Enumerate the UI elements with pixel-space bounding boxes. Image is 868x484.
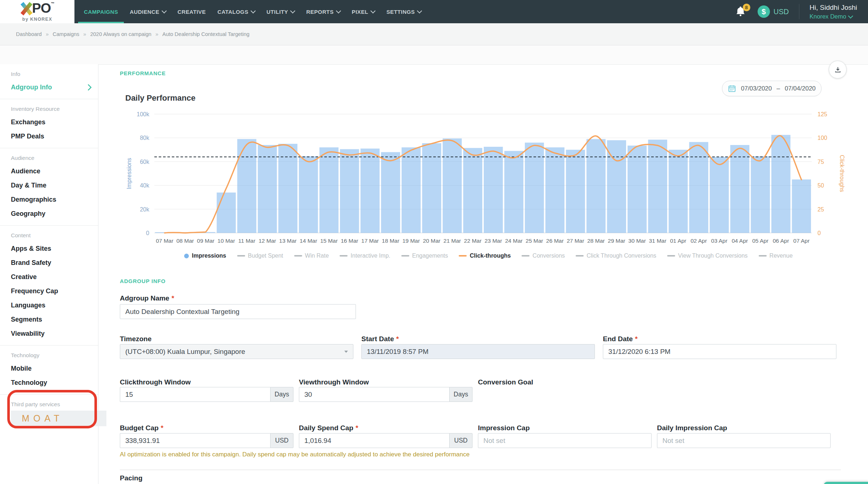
floating-action-button[interactable]	[824, 482, 868, 484]
breadcrumb-item-dashboard[interactable]: Dashboard	[16, 31, 42, 37]
legend-item-view-through-conversions[interactable]: View Through Conversions	[667, 253, 748, 259]
date-range-picker[interactable]: 07/03/2020 – 07/04/2020	[722, 81, 822, 96]
sidebar-item-creative[interactable]: Creative	[0, 270, 98, 284]
sidebar-section-audience: AudienceAudienceDay & TimeDemographicsGe…	[0, 148, 98, 226]
sidebar-item-languages[interactable]: Languages	[0, 298, 98, 312]
legend-item-engagements[interactable]: Engagements	[401, 253, 448, 259]
sidebar-section-label: Third party services	[11, 401, 98, 408]
sidebar-item-technology[interactable]: Technology	[0, 376, 98, 390]
breadcrumb-item-campaigns[interactable]: Campaigns	[53, 31, 79, 37]
nav-item-campaigns[interactable]: CAMPAIGNS	[78, 0, 124, 23]
legend-item-click-through-conversions[interactable]: Click Through Conversions	[576, 253, 656, 259]
daily-spend-cap-input[interactable]	[299, 433, 449, 448]
sidebar-item-geography[interactable]: Geography	[0, 207, 98, 221]
svg-text:03 Apr: 03 Apr	[711, 238, 727, 244]
legend-label: Click-throughs	[470, 253, 511, 259]
legend-marker-dash	[759, 255, 767, 257]
legend-item-revenue[interactable]: Revenue	[759, 253, 793, 259]
nav-item-reports[interactable]: REPORTS	[300, 0, 346, 23]
label-text: End Date	[603, 335, 633, 343]
timezone-select[interactable]: (UTC+08:00) Kuala Lumpur, Singapore	[120, 344, 353, 359]
sidebar-item-adgroup-info[interactable]: Adgroup Info	[0, 80, 98, 94]
sidebar-item-day-time[interactable]: Day & Time	[0, 178, 98, 193]
legend-item-budget-spent[interactable]: Budget Spent	[237, 253, 283, 259]
xpo-logo[interactable]: PO ™ by KNOREX	[0, 0, 74, 23]
svg-text:02 Apr: 02 Apr	[691, 238, 707, 244]
sidebar-section-inventory-resource: Inventory ResourceExchangesPMP Deals	[0, 99, 98, 148]
sidebar-section-info: InfoAdgroup Info	[0, 64, 98, 99]
sidebar-item-viewability[interactable]: Viewability	[0, 327, 98, 341]
nav-divider	[799, 4, 799, 19]
svg-text:20 Mar: 20 Mar	[423, 238, 440, 244]
legend-label: Click Through Conversions	[587, 253, 656, 259]
svg-text:100: 100	[818, 135, 827, 141]
download-chart-button[interactable]	[829, 61, 847, 78]
legend-item-conversions[interactable]: Conversions	[522, 253, 565, 259]
sidebar-item-label: Audience	[11, 168, 40, 175]
timezone-value: (UTC+08:00) Kuala Lumpur, Singapore	[125, 348, 245, 356]
legend-marker-dash	[576, 255, 584, 257]
days-addon: Days	[449, 387, 472, 402]
sidebar-item-label: Apps & Sites	[11, 245, 51, 253]
sidebar-item-frequency-cap[interactable]: Frequency Cap	[0, 284, 98, 298]
nav-item-audience[interactable]: AUDIENCE	[124, 0, 172, 23]
nav-item-label: AUDIENCE	[130, 9, 159, 15]
legend-item-impressions[interactable]: Impressions	[184, 253, 226, 259]
sidebar-item-label: PMP Deals	[11, 133, 44, 140]
chevron-down-icon	[336, 8, 341, 13]
nav-item-settings[interactable]: SETTINGS	[381, 0, 427, 23]
budget-cap-input[interactable]	[120, 433, 270, 448]
impression-cap-label: Impression Cap	[478, 424, 530, 432]
chevron-right-icon	[85, 84, 92, 90]
sidebar-section-label: Content	[11, 232, 98, 239]
performance-section-header: PERFORMANCE	[120, 70, 166, 76]
main-content: PERFORMANCE 07/03/2020 – 07/04/2020 Dail…	[98, 64, 868, 484]
sidebar-item-exchanges[interactable]: Exchanges	[0, 115, 98, 129]
legend-marker-dash	[237, 255, 245, 257]
nav-item-pixel[interactable]: PIXEL	[346, 0, 381, 23]
svg-text:Impressions: Impressions	[126, 158, 132, 189]
sidebar-item-label: Languages	[11, 302, 45, 309]
viewthrough-window-input[interactable]	[299, 387, 449, 402]
svg-text:04 Apr: 04 Apr	[732, 238, 748, 244]
conversion-goal-label: Conversion Goal	[478, 378, 533, 386]
notifications-button[interactable]: 8	[735, 5, 747, 18]
start-date-input[interactable]	[361, 344, 595, 359]
svg-text:0: 0	[146, 230, 149, 236]
nav-item-label: PIXEL	[352, 9, 368, 15]
sidebar-section-label: Technology	[11, 352, 98, 359]
sidebar-item-brand-safety[interactable]: Brand Safety	[0, 256, 98, 270]
account-name: Knorex Demo	[810, 13, 852, 20]
moat-service-item[interactable]: MOAT	[11, 411, 106, 426]
svg-text:20k: 20k	[140, 206, 150, 213]
sidebar-item-mobile[interactable]: Mobile	[0, 362, 98, 376]
legend-item-win-rate[interactable]: Win Rate	[294, 253, 329, 259]
label-text: Budget Cap	[120, 424, 159, 432]
chevron-down-icon	[251, 8, 256, 13]
user-menu[interactable]: Hi, Siddhi Joshi Knorex Demo	[810, 4, 857, 20]
sidebar-item-apps-sites[interactable]: Apps & Sites	[0, 242, 98, 256]
sidebar-section-label: Audience	[11, 155, 98, 161]
daily-impression-cap-input[interactable]	[657, 433, 831, 448]
sidebar-item-demographics[interactable]: Demographics	[0, 193, 98, 207]
legend-item-interactive-imp[interactable]: Interactive Imp.	[340, 253, 390, 259]
svg-text:21 Mar: 21 Mar	[443, 238, 461, 244]
chevron-down-icon	[162, 8, 167, 13]
currency-selector[interactable]: $ USD	[758, 5, 789, 18]
required-asterisk: *	[635, 335, 637, 343]
breadcrumb-item-2020-always-on-campaign[interactable]: 2020 Always on campaign	[90, 31, 151, 37]
nav-item-creative[interactable]: CREATIVE	[172, 0, 212, 23]
adgroup-name-input[interactable]	[120, 304, 356, 319]
breadcrumb-item-auto-dealership-contextual-targeting[interactable]: Auto Dealership Contextual Targeting	[162, 31, 250, 37]
sidebar-item-audience[interactable]: Audience	[0, 164, 98, 178]
nav-item-catalogs[interactable]: CATALOGS	[212, 0, 261, 23]
legend-item-click-throughs[interactable]: Click-throughs	[459, 253, 511, 259]
svg-text:40k: 40k	[140, 182, 150, 189]
sidebar-item-segments[interactable]: Segments	[0, 312, 98, 327]
end-date-input[interactable]	[603, 344, 836, 359]
impression-cap-input[interactable]	[478, 433, 652, 448]
sidebar-item-pmp-deals[interactable]: PMP Deals	[0, 129, 98, 144]
clickthrough-window-input[interactable]	[120, 387, 270, 402]
notification-count-badge: 8	[743, 4, 750, 11]
nav-item-utility[interactable]: UTILITY	[261, 0, 300, 23]
